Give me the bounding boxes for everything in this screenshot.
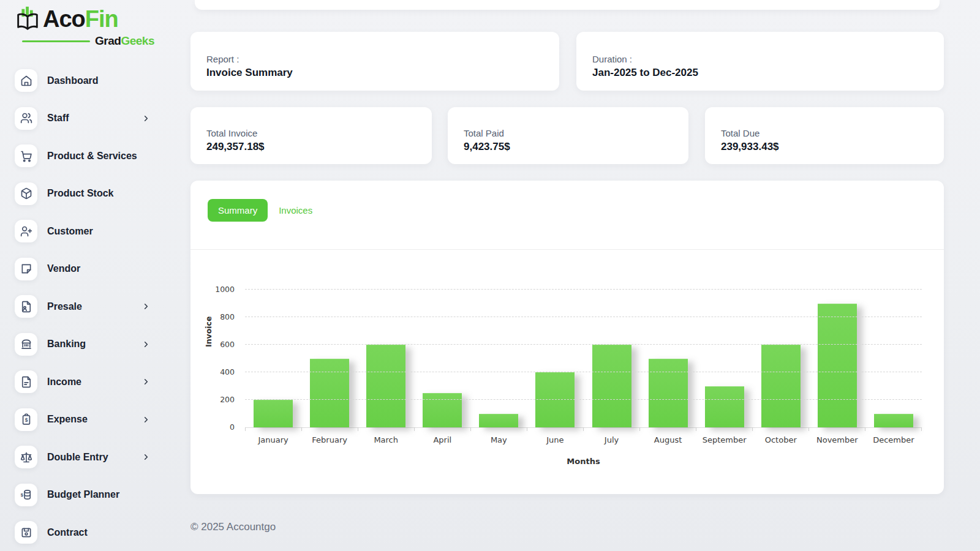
total-due-value: 239,933.43$: [721, 141, 928, 153]
home-icon: [15, 69, 37, 92]
sidebar-item-banking[interactable]: Banking: [15, 333, 168, 356]
sidebar-menu: Dashboard Staff Product & Services Produ…: [15, 69, 168, 551]
coins-dollar-icon: $: [15, 484, 37, 506]
sidebar-item-label: Double Entry: [47, 452, 141, 463]
sidebar-item-label: Vendor: [47, 263, 168, 274]
sidebar-item-label: Product Stock: [47, 188, 168, 199]
y-tick-label: 1000: [215, 285, 235, 294]
sidebar: AcoFin GradGeeks Dashboard Staff: [0, 0, 181, 551]
bar-chart-plot: [245, 290, 922, 427]
sidebar-item-label: Contract: [47, 527, 168, 538]
chart-bars: [245, 290, 922, 427]
sidebar-item-label: Banking: [47, 339, 141, 350]
bar-slot: [640, 290, 696, 427]
bar-slot: [358, 290, 414, 427]
bar-august: [649, 359, 688, 428]
bar-slot: [696, 290, 753, 427]
bar-slot: [414, 290, 470, 427]
x-tick-label: July: [583, 435, 639, 444]
bar-november: [818, 304, 857, 428]
duration-label: Duration :: [592, 54, 928, 64]
logo-book-icon: [13, 5, 42, 33]
user-plus-icon: [15, 220, 37, 242]
chart-x-labels: JanuaryFebruaryMarchAprilMayJuneJulyAugu…: [245, 435, 922, 444]
x-tick-label: December: [865, 435, 922, 444]
svg-text:$: $: [24, 417, 28, 423]
sidebar-item-label: Staff: [47, 113, 141, 124]
duration-card: Duration : Jan-2025 to Dec-2025: [576, 32, 944, 91]
bar-january: [254, 400, 293, 427]
sidebar-item-customer[interactable]: Customer: [15, 220, 168, 242]
sidebar-item-label: Presale: [47, 301, 141, 312]
chart-x-ticks: [245, 427, 922, 431]
total-invoice-label: Total Invoice: [206, 128, 416, 138]
gridline: [245, 317, 922, 317]
sidebar-item-expense[interactable]: $ Expense: [15, 408, 168, 431]
file-text-icon: [15, 370, 37, 393]
gridline: [245, 399, 922, 400]
sidebar-item-label: Expense: [47, 414, 141, 425]
bar-may: [479, 414, 518, 428]
tab-divider: [190, 249, 944, 250]
chevron-right-icon: [141, 302, 151, 311]
x-tick-label: November: [809, 435, 865, 444]
sidebar-item-income[interactable]: Income: [15, 370, 168, 393]
bar-slot: [527, 290, 583, 427]
chevron-right-icon: [141, 452, 151, 462]
sidebar-item-label: Product & Services: [47, 151, 168, 162]
x-tick-label: August: [640, 435, 696, 444]
x-tick-label: October: [753, 435, 809, 444]
chevron-right-icon: [141, 340, 151, 349]
bank-icon: [15, 333, 37, 356]
sidebar-item-product-stock[interactable]: Product Stock: [15, 182, 168, 205]
x-tick-label: April: [414, 435, 470, 444]
x-tick-label: March: [358, 435, 414, 444]
package-icon: [15, 182, 37, 205]
brand-name: AcoFin: [43, 7, 118, 31]
y-tick-label: 200: [220, 395, 235, 404]
tab-invoices[interactable]: Invoices: [268, 199, 323, 222]
x-tick-label: June: [527, 435, 583, 444]
sidebar-item-product-services[interactable]: Product & Services: [15, 144, 168, 167]
tab-summary[interactable]: Summary: [208, 199, 268, 222]
top-header-bar: [195, 0, 940, 10]
app-logo[interactable]: AcoFin GradGeeks: [13, 5, 154, 48]
bar-september: [705, 386, 744, 428]
brand-subname: GradGeeks: [95, 34, 154, 48]
bar-june: [535, 372, 575, 427]
sidebar-item-dashboard[interactable]: Dashboard: [15, 69, 168, 92]
report-label: Report :: [206, 54, 543, 64]
x-tick-label: May: [470, 435, 527, 444]
bar-slot: [583, 290, 639, 427]
main-content: Report : Invoice Summary Duration : Jan-…: [190, 0, 944, 551]
sidebar-item-staff[interactable]: Staff: [15, 107, 168, 130]
logo-underline: [22, 40, 90, 42]
scale-icon: [15, 446, 37, 468]
sidebar-item-budget-planner[interactable]: $ Budget Planner: [15, 484, 168, 506]
total-invoice-value: 249,357.18$: [206, 141, 416, 153]
sidebar-item-label: Budget Planner: [47, 489, 168, 500]
chart-x-axis-title: Months: [245, 457, 922, 466]
tab-bar: Summary Invoices: [208, 199, 323, 222]
x-tick-label: January: [245, 435, 301, 444]
sidebar-item-double-entry[interactable]: Double Entry: [15, 446, 168, 468]
note-icon: [15, 258, 37, 280]
sidebar-item-contract[interactable]: Contract: [15, 521, 168, 544]
total-due-label: Total Due: [721, 128, 928, 138]
bar-march: [366, 345, 405, 427]
total-invoice-card: Total Invoice 249,357.18$: [190, 107, 432, 164]
report-value: Invoice Summary: [206, 67, 543, 79]
chart-y-tick-labels: 02004006008001000: [190, 290, 239, 427]
sidebar-item-label: Income: [47, 377, 141, 388]
file-person-icon: [15, 295, 37, 318]
invoice-summary-panel: Summary Invoices Invoice 020040060080010…: [190, 181, 944, 494]
bar-slot: [865, 290, 922, 427]
sidebar-item-vendor[interactable]: Vendor: [15, 258, 168, 280]
gridline: [245, 344, 922, 345]
save-icon: [15, 521, 37, 544]
total-due-card: Total Due 239,933.43$: [705, 107, 944, 164]
x-tick-label: February: [301, 435, 358, 444]
sidebar-item-presale[interactable]: Presale: [15, 295, 168, 318]
sidebar-item-label: Dashboard: [47, 75, 168, 86]
clipboard-dollar-icon: $: [15, 408, 37, 431]
